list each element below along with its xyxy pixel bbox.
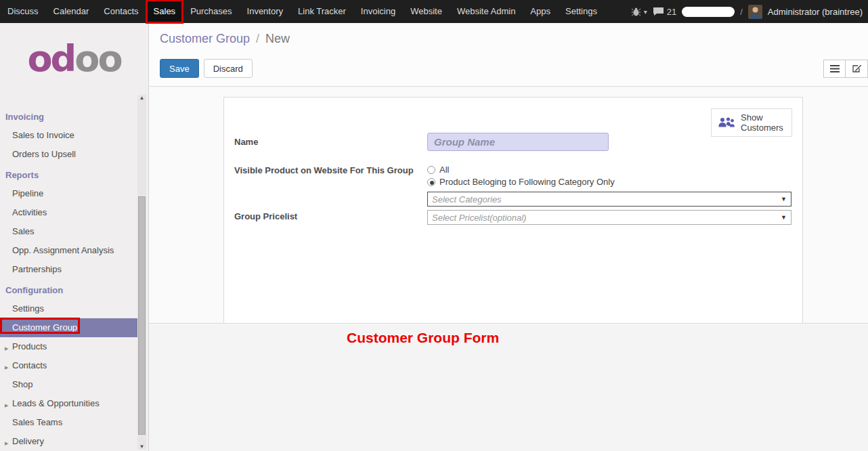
discard-button[interactable]: Discard	[204, 59, 253, 78]
sidebar-item-label: Products	[12, 341, 47, 351]
chevron-down-icon: ▼	[781, 214, 787, 221]
sidebar-item-sales[interactable]: Sales	[0, 222, 138, 241]
sidebar: odoo Invoicing Sales to Invoice Orders t…	[0, 23, 149, 451]
sidebar-item-delivery[interactable]: ▶ Delivery	[0, 432, 138, 451]
caret-down-icon[interactable]: ▾	[644, 8, 647, 16]
messages-button[interactable]: 21	[653, 7, 676, 17]
sidebar-item-partnerships[interactable]: Partnerships	[0, 260, 138, 279]
radio-all[interactable]: All	[427, 165, 449, 175]
top-menu-list: Discuss Calendar Contacts Sales Purchase…	[0, 0, 605, 23]
view-switcher	[823, 60, 868, 78]
show-customers-button[interactable]: Show Customers	[711, 108, 792, 137]
menu-purchases[interactable]: Purchases	[183, 0, 239, 23]
list-icon	[830, 65, 840, 72]
sidebar-item-sales-teams[interactable]: Sales Teams	[0, 413, 138, 432]
sidebar-item-contacts[interactable]: ▶ Contacts	[0, 356, 138, 375]
group-pricelist-label: Group Pricelist	[234, 211, 297, 221]
form-view: Show Customers Name Visible Product on W…	[149, 87, 868, 324]
logo-text-gray: oo	[74, 37, 121, 80]
menu-website-admin[interactable]: Website Admin	[450, 0, 523, 23]
radio-all-label: All	[439, 165, 449, 175]
chevron-down-icon: ▼	[781, 196, 787, 202]
scroll-down-icon[interactable]: ▼	[137, 444, 146, 450]
top-menubar: Discuss Calendar Contacts Sales Purchase…	[0, 0, 868, 23]
menu-inventory[interactable]: Inventory	[240, 0, 290, 23]
section-reports: Reports	[0, 164, 138, 184]
save-button[interactable]: Save	[160, 59, 199, 78]
control-header: Customer Group / New Save Discard	[149, 23, 868, 87]
radio-circle-checked	[427, 178, 435, 186]
radio-circle	[427, 166, 435, 174]
user-separator: /	[740, 7, 743, 17]
pill-indicator[interactable]	[682, 7, 735, 17]
pricelist-select[interactable]: Select Pricelist(optional) ▼	[427, 210, 791, 225]
form-view-button[interactable]	[846, 60, 868, 78]
sidebar-item-sales-to-invoice[interactable]: Sales to Invoice	[0, 126, 138, 145]
user-menu[interactable]: Administrator (braintree)	[768, 7, 863, 17]
annotation-caption: Customer Group Form	[347, 330, 499, 346]
name-label: Name	[234, 137, 258, 147]
sidebar-item-products[interactable]: ▶ Products	[0, 337, 138, 356]
section-configuration: Configuration	[0, 279, 138, 299]
expand-arrow-icon: ▶	[5, 400, 8, 410]
odoo-logo: odoo	[0, 23, 148, 93]
form-sheet: Show Customers Name Visible Product on W…	[223, 97, 803, 323]
main-content: Customer Group / New Save Discard	[149, 23, 868, 451]
list-view-button[interactable]	[823, 60, 846, 78]
visibility-label: Visible Product on Website For This Grou…	[234, 165, 414, 175]
expand-arrow-icon: ▶	[5, 343, 8, 353]
expand-arrow-icon: ▶	[5, 362, 8, 372]
categories-select[interactable]: Select Categories ▼	[427, 192, 791, 207]
sidebar-scrollbar[interactable]: ▲ ▼	[137, 95, 146, 450]
caption-area: Customer Group Form	[149, 324, 868, 451]
action-buttons: Save Discard	[160, 59, 253, 78]
customers-group-icon	[718, 116, 735, 129]
message-count: 21	[667, 7, 676, 17]
show-customers-label: Show Customers	[741, 112, 785, 133]
radio-category-only[interactable]: Product Beloging to Following Category O…	[427, 177, 615, 187]
sidebar-item-opp-assignment-analysis[interactable]: Opp. Assignment Analysis	[0, 241, 138, 260]
sidebar-item-settings[interactable]: Settings	[0, 299, 138, 318]
pricelist-placeholder: Select Pricelist(optional)	[432, 213, 777, 223]
breadcrumb-customer-group[interactable]: Customer Group	[160, 32, 250, 45]
sidebar-item-label: Leads & Opportunities	[12, 398, 100, 408]
edit-form-icon	[852, 64, 862, 73]
sidebar-item-label: Customer Group	[12, 322, 77, 332]
breadcrumb: Customer Group / New	[160, 32, 290, 46]
menu-website[interactable]: Website	[403, 0, 450, 23]
section-invoicing: Invoicing	[0, 106, 138, 126]
group-name-input[interactable]	[427, 133, 609, 151]
menu-invoicing[interactable]: Invoicing	[353, 0, 403, 23]
chat-bubble-icon	[653, 7, 664, 16]
menu-discuss[interactable]: Discuss	[0, 0, 46, 23]
menu-link-tracker[interactable]: Link Tracker	[290, 0, 353, 23]
menu-apps[interactable]: Apps	[523, 0, 558, 23]
sidebar-item-shop[interactable]: Shop	[0, 375, 138, 394]
sidebar-item-activities[interactable]: Activities	[0, 203, 138, 222]
logo-text-purple: od	[28, 37, 75, 80]
avatar[interactable]	[748, 5, 762, 19]
menu-settings[interactable]: Settings	[558, 0, 605, 23]
topbar-right: ▾ 21 / Administrator (braintree)	[631, 5, 868, 19]
sidebar-item-leads-opportunities[interactable]: ▶ Leads & Opportunities	[0, 394, 138, 413]
menu-sales[interactable]: Sales	[146, 0, 183, 23]
bug-icon[interactable]	[631, 7, 641, 16]
radio-category-label: Product Beloging to Following Category O…	[439, 177, 615, 187]
sidebar-item-label: Contacts	[12, 360, 47, 370]
expand-arrow-icon: ▶	[5, 438, 8, 448]
sidebar-menu: Invoicing Sales to Invoice Orders to Ups…	[0, 95, 138, 451]
sidebar-item-customer-group[interactable]: Customer Group	[0, 318, 138, 337]
scroll-up-icon[interactable]: ▲	[137, 95, 146, 101]
sidebar-item-pipeline[interactable]: Pipeline	[0, 184, 138, 203]
categories-placeholder: Select Categories	[432, 194, 777, 205]
breadcrumb-new: New	[265, 32, 290, 45]
menu-contacts[interactable]: Contacts	[96, 0, 146, 23]
scrollbar-thumb[interactable]	[138, 196, 146, 435]
sidebar-item-label: Delivery	[12, 436, 44, 446]
menu-calendar[interactable]: Calendar	[46, 0, 97, 23]
breadcrumb-separator: /	[253, 32, 262, 45]
sidebar-item-orders-to-upsell[interactable]: Orders to Upsell	[0, 145, 138, 164]
